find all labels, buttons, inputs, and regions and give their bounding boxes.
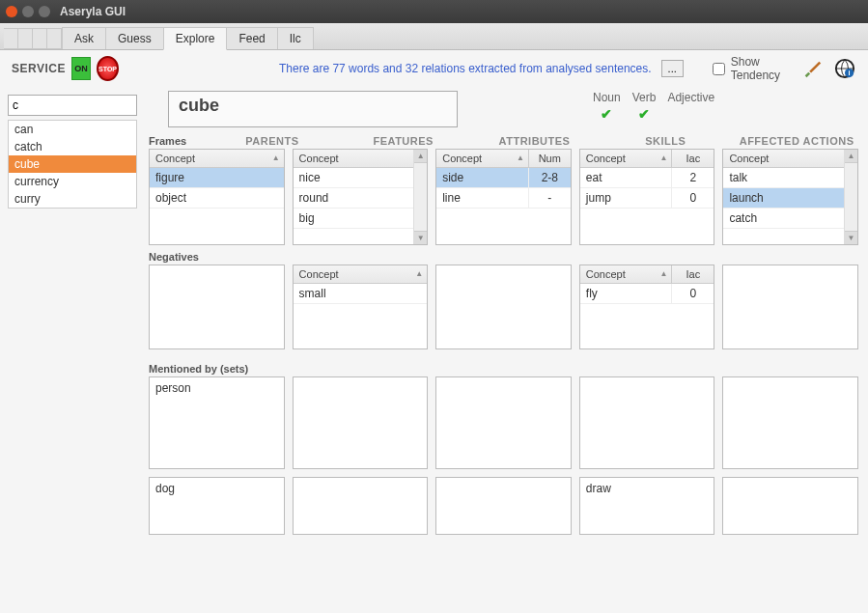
table-row: figure	[150, 168, 284, 188]
search-input[interactable]	[8, 95, 137, 116]
table-row: fly0	[580, 284, 714, 304]
check-icon: ✔	[638, 106, 650, 122]
table-row: object	[150, 188, 284, 209]
table-row: jump0	[580, 188, 714, 209]
window-close-button[interactable]	[6, 6, 17, 17]
table-row: eat2	[580, 168, 714, 188]
toolbar-slot	[33, 28, 47, 49]
table-row: nice	[294, 168, 428, 188]
mentioned-panel	[293, 376, 429, 469]
table-row: line-	[436, 188, 571, 209]
wordlist-item[interactable]: catch	[9, 138, 136, 155]
window-minimize-button[interactable]	[22, 6, 34, 17]
section-frames: Frames	[149, 135, 203, 147]
table-row: small	[294, 284, 428, 304]
mentioned-panel[interactable]: dog	[149, 477, 285, 535]
table-row: round	[294, 188, 428, 209]
toolbar-slot	[47, 28, 62, 49]
svg-text:i: i	[849, 69, 851, 77]
mentioned-panel[interactable]: draw	[579, 477, 715, 535]
frames-attributes-panel[interactable]: Concept▲Num side2-8 line-	[435, 149, 572, 245]
header-skills: SKILLS	[603, 133, 727, 149]
section-mentioned: Mentioned by (sets)	[149, 363, 858, 375]
check-icon: ✔	[601, 106, 612, 122]
mentioned-panel	[435, 477, 572, 535]
globe-info-icon[interactable]: i	[833, 57, 856, 80]
show-tendency-toggle[interactable]: Show Tendency	[713, 55, 795, 82]
wordlist-item[interactable]: curry	[9, 190, 136, 208]
table-row: catch	[723, 209, 857, 229]
wordlist-item[interactable]: currency	[9, 173, 136, 190]
frames-affected-panel[interactable]: Concept▲ talk launch catch ▲▼	[722, 149, 858, 245]
table-row: talk	[723, 168, 857, 188]
mentioned-panel	[722, 477, 858, 535]
service-label: SERVICE	[12, 62, 66, 75]
pos-verb: Verb ✔	[632, 91, 657, 122]
wordlist-item[interactable]: can	[9, 121, 136, 138]
header-affected: AFFECTED ACTIONS	[735, 133, 858, 149]
pos-noun: Noun ✔	[593, 91, 621, 122]
service-stop-button[interactable]: STOP	[97, 56, 119, 81]
table-row: launch	[723, 188, 857, 209]
mentioned-panel	[435, 376, 572, 469]
service-bar: SERVICE ON STOP There are 77 words and 3…	[0, 50, 868, 87]
window-title: Aseryla GUI	[60, 5, 126, 18]
frames-parents-panel[interactable]: Concept▲ figure object	[149, 149, 285, 245]
tab-ilc[interactable]: Ilc	[277, 27, 314, 49]
negatives-affected-panel	[722, 265, 858, 349]
section-negatives: Negatives	[149, 251, 858, 263]
negatives-attributes-panel	[435, 265, 572, 349]
header-features: FEATURES	[342, 133, 465, 149]
negatives-skills-panel[interactable]: Concept▲Iac fly0	[579, 265, 715, 349]
tab-guess[interactable]: Guess	[105, 27, 164, 49]
sidebar: cancatchcubecurrencycurry	[0, 87, 145, 613]
service-on-button[interactable]: ON	[71, 57, 91, 80]
concept-title: cube	[168, 91, 458, 127]
tab-feed[interactable]: Feed	[226, 27, 277, 49]
table-row: side2-8	[436, 168, 571, 188]
frames-features-panel[interactable]: Concept▲ nice round big ▲▼	[293, 149, 429, 245]
tab-ask[interactable]: Ask	[62, 27, 106, 49]
show-tendency-label: Show Tendency	[731, 55, 795, 82]
tab-explore[interactable]: Explore	[163, 27, 228, 50]
mentioned-panel	[293, 477, 429, 535]
negatives-parents-panel	[149, 265, 285, 349]
table-row: big	[294, 209, 428, 229]
status-text: There are 77 words and 32 relations extr…	[279, 62, 652, 75]
pos-adjective: Adjective	[667, 91, 714, 122]
status-more-button[interactable]: ...	[661, 60, 684, 77]
header-parents: PARENTS	[210, 133, 334, 149]
tab-bar: Ask Guess Explore Feed Ilc	[0, 23, 868, 50]
toolbar-slot	[18, 28, 33, 49]
frames-skills-panel[interactable]: Concept▲Iac eat2 jump0	[579, 149, 715, 245]
show-tendency-checkbox[interactable]	[713, 63, 725, 75]
window-maximize-button[interactable]	[39, 6, 50, 17]
header-attributes: ATTRIBUTES	[473, 133, 597, 149]
titlebar: Aseryla GUI	[0, 0, 868, 23]
mentioned-panel	[722, 376, 858, 469]
content-area: cube Noun ✔ Verb ✔ Adjective Frames PARE…	[145, 87, 868, 613]
brush-icon[interactable]	[800, 57, 824, 80]
wordlist[interactable]: cancatchcubecurrencycurry	[8, 120, 137, 209]
toolbar-slot	[4, 28, 18, 49]
negatives-features-panel[interactable]: Concept▲ small	[293, 265, 429, 349]
scrollbar[interactable]: ▲▼	[413, 150, 427, 244]
mentioned-panel[interactable]: person	[149, 376, 285, 469]
mentioned-panel	[579, 376, 715, 469]
scrollbar[interactable]: ▲▼	[844, 150, 857, 244]
wordlist-item[interactable]: cube	[9, 155, 136, 173]
